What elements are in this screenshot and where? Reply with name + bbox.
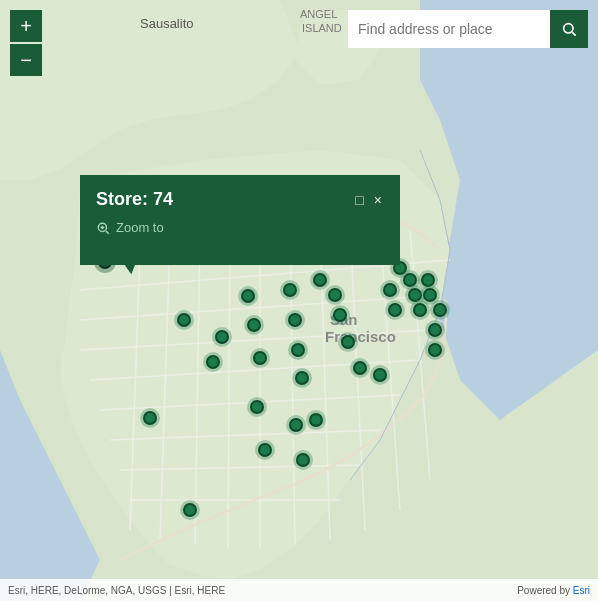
svg-line-25 [572,32,575,35]
store-dot[interactable] [353,361,367,375]
zoom-to-label: Zoom to [116,220,164,235]
store-dot[interactable] [291,343,305,357]
popup-close-button[interactable]: × [372,192,384,208]
store-dot[interactable] [433,303,447,317]
store-dot[interactable] [183,503,197,517]
store-popup: Store: 74 □ × Zoom to [80,175,400,265]
store-dot[interactable] [241,289,255,303]
attribution-right: Powered by Esri [517,585,590,596]
map-container: Sausalito ANGEL ISLAND San Francisco + −… [0,0,598,601]
popup-header: Store: 74 □ × [96,189,384,210]
store-dot[interactable] [413,303,427,317]
store-dot[interactable] [428,343,442,357]
store-dot[interactable] [288,313,302,327]
store-dot[interactable] [408,288,422,302]
svg-text:ANGEL: ANGEL [300,8,337,20]
attribution-bar: Esri, HERE, DeLorme, NGA, USGS | Esri, H… [0,579,598,601]
store-dot[interactable] [289,418,303,432]
map-background: Sausalito ANGEL ISLAND San Francisco [0,0,598,601]
search-bar [348,10,588,48]
store-dot[interactable] [313,273,327,287]
svg-text:Francisco: Francisco [325,328,396,345]
svg-point-24 [564,24,573,33]
svg-text:ISLAND: ISLAND [302,22,342,34]
store-dot[interactable] [250,400,264,414]
store-dot[interactable] [215,330,229,344]
attribution-left: Esri, HERE, DeLorme, NGA, USGS | Esri, H… [8,585,225,596]
store-dot[interactable] [428,323,442,337]
store-dot[interactable] [283,283,297,297]
zoom-in-button[interactable]: + [10,10,42,42]
store-dot[interactable] [328,288,342,302]
popup-title: Store: 74 [96,189,173,210]
store-dot[interactable] [403,273,417,287]
search-input[interactable] [348,21,550,37]
store-dot[interactable] [388,303,402,317]
zoom-to-icon [96,221,110,235]
store-dot[interactable] [177,313,191,327]
search-icon [561,21,577,37]
store-dot[interactable] [341,335,355,349]
store-dot[interactable] [143,411,157,425]
store-dot[interactable] [296,453,310,467]
store-dot[interactable] [423,288,437,302]
store-dot[interactable] [258,443,272,457]
store-dot[interactable] [253,351,267,365]
store-dot[interactable] [309,413,323,427]
store-dot[interactable] [383,283,397,297]
popup-zoom-to[interactable]: Zoom to [96,220,384,235]
store-dot[interactable] [333,308,347,322]
popup-minimize-button[interactable]: □ [353,192,365,208]
store-dot[interactable] [206,355,220,369]
store-dot[interactable] [373,368,387,382]
esri-link[interactable]: Esri [573,585,590,596]
svg-text:Sausalito: Sausalito [140,16,193,31]
store-dot[interactable] [247,318,261,332]
store-dot[interactable] [421,273,435,287]
zoom-controls: + − [10,10,42,76]
zoom-out-button[interactable]: − [10,44,42,76]
search-button[interactable] [550,10,588,48]
store-dot[interactable] [295,371,309,385]
svg-line-27 [106,230,109,233]
popup-controls: □ × [353,192,384,208]
